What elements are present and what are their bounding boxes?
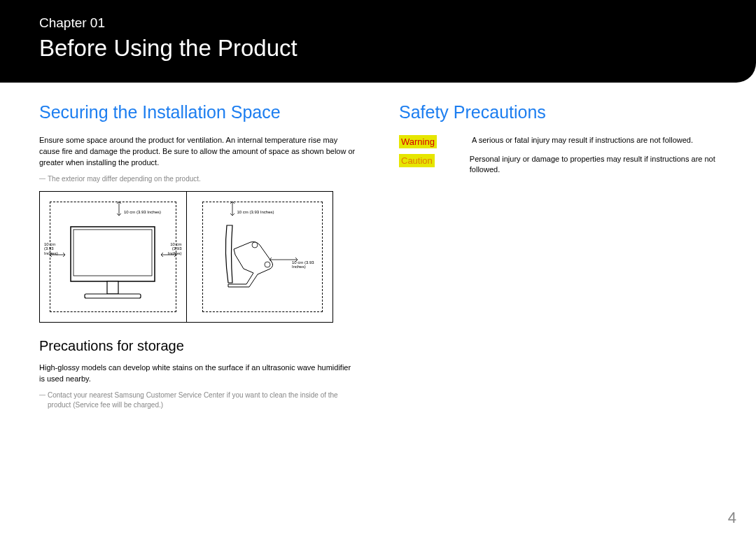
diagram-side-view: 10 cm (3.93 Inches) 10 cm (3.93 Inches): [186, 192, 333, 322]
storage-note: Contact your nearest Samsung Customer Se…: [39, 391, 357, 410]
installation-note: The exterior may differ depending on the…: [39, 174, 357, 184]
chapter-label: Chapter 01: [39, 15, 717, 31]
measure-front-top: 10 cm (3.93 Inches): [124, 210, 161, 215]
section-title-installation: Securing the Installation Space: [39, 102, 357, 122]
page-number: 4: [728, 509, 736, 527]
section-title-safety: Safety Precautions: [399, 102, 717, 122]
installation-body: Ensure some space around the product for…: [39, 135, 357, 169]
subsection-title-storage: Precautions for storage: [39, 338, 357, 354]
caution-row: Caution Personal injury or damage to pro…: [399, 154, 717, 176]
storage-body: High-glossy models can develop white sta…: [39, 363, 357, 385]
warning-row: Warning A serious or fatal injury may re…: [399, 135, 717, 148]
chapter-title: Before Using the Product: [39, 35, 717, 62]
installation-diagram: 10 cm (3.93 Inches) 10 cm (3.93 Inches) …: [39, 191, 333, 323]
caution-text: Personal injury or damage to properties …: [470, 154, 717, 176]
left-column: Securing the Installation Space Ensure s…: [39, 102, 357, 417]
warning-text: A serious or fatal injury may result if …: [472, 135, 717, 146]
chapter-header: Chapter 01 Before Using the Product: [0, 0, 756, 83]
measure-side-top: 10 cm (3.93 Inches): [237, 210, 274, 215]
page-content: Securing the Installation Space Ensure s…: [0, 102, 756, 417]
diagram-front-view: 10 cm (3.93 Inches) 10 cm (3.93 Inches) …: [40, 192, 186, 322]
caution-badge: Caution: [399, 154, 435, 167]
warning-badge: Warning: [399, 135, 437, 148]
right-column: Safety Precautions Warning A serious or …: [399, 102, 717, 417]
